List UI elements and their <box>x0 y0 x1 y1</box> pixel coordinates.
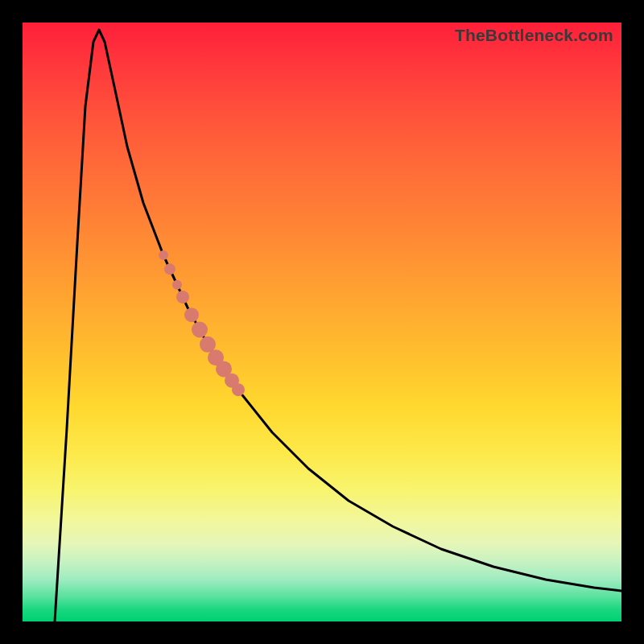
chart-frame: TheBottleneck.com <box>0 0 644 644</box>
emphasis-dot <box>176 291 189 303</box>
plot-area: TheBottleneck.com <box>23 23 621 621</box>
emphasis-segment <box>159 250 245 396</box>
curve-layer <box>23 23 621 621</box>
emphasis-dot <box>159 250 168 260</box>
emphasis-dot <box>192 322 208 338</box>
bottleneck-curve <box>55 30 621 621</box>
emphasis-dot <box>172 280 182 290</box>
emphasis-dot <box>184 308 199 322</box>
emphasis-dot <box>164 263 175 275</box>
emphasis-dot <box>232 383 245 396</box>
